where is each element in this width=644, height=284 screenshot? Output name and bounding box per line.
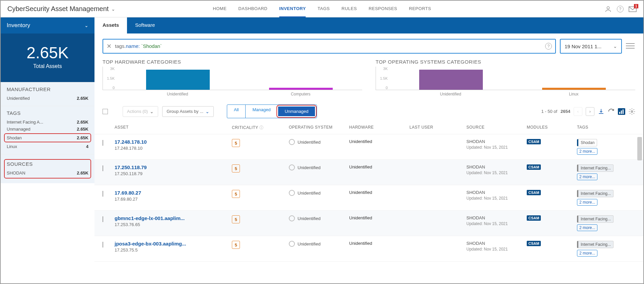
search-box[interactable]: ✕ tags.name: `Shodan` ?	[103, 39, 556, 54]
more-tags-link[interactable]: 2 more...	[577, 250, 597, 257]
facet-row[interactable]: Unmanaged2.65K	[7, 126, 88, 133]
facet-row[interactable]: Internet Facing A...2.65K	[7, 119, 88, 126]
module-badge: CSAM	[527, 164, 541, 170]
table-row[interactable]: 17.250.118.7917.250.118.795UnidentifiedU…	[94, 160, 643, 185]
module-badge: CSAM	[527, 139, 541, 144]
source-value: SHODAN	[466, 139, 527, 144]
asset-name[interactable]: 17.250.118.79	[115, 164, 232, 170]
scrollbar[interactable]	[637, 137, 642, 160]
os-value: Unidentified	[298, 191, 321, 196]
source-value: SHODAN	[466, 215, 527, 220]
hardware-value: Unidentified	[349, 190, 409, 195]
svg-point-8	[631, 111, 633, 112]
seg-managed[interactable]: Managed	[245, 105, 277, 118]
app-title-text: CyberSecurity Asset Management	[7, 5, 109, 13]
group-by-button[interactable]: Group Assets by ... ⌄	[162, 106, 214, 117]
sidebar-header[interactable]: Inventory ⌄	[1, 17, 94, 33]
os-value: Unidentified	[298, 241, 321, 246]
row-checkbox[interactable]	[103, 140, 103, 146]
nav-tab-inventory[interactable]: INVENTORY	[279, 1, 306, 17]
clear-icon[interactable]: ✕	[107, 43, 112, 50]
table-row[interactable]: gbmnc1-edge-lx-001.aaplim...17.253.76.65…	[94, 211, 643, 236]
nav-tab-home[interactable]: HOME	[213, 1, 227, 17]
nav-tab-tags[interactable]: TAGS	[318, 1, 330, 17]
tag-pill[interactable]: Internet Facing...	[577, 215, 614, 223]
asset-name[interactable]: jposa3-edge-bx-003.aaplimg...	[115, 241, 232, 246]
col-header[interactable]: CRITICALITY ⓘ	[232, 125, 289, 131]
table-row[interactable]: 17.248.178.1017.248.178.105UnidentifiedU…	[94, 134, 643, 160]
date-picker[interactable]: 19 Nov 2011 1... ⌄	[560, 39, 622, 54]
more-tags-link[interactable]: 2 more...	[577, 173, 597, 180]
row-checkbox[interactable]	[103, 216, 103, 222]
facet-row[interactable]: Unidentified2.65K	[7, 95, 88, 102]
hardware-value: Unidentified	[349, 241, 409, 246]
nav-tab-responses[interactable]: RESPONSES	[369, 1, 397, 17]
more-tags-link[interactable]: 2 more...	[577, 199, 597, 206]
actions-button[interactable]: Actions (0) ⌄	[123, 106, 158, 117]
col-header[interactable]: ASSET	[115, 125, 232, 131]
col-header[interactable]: HARDWARE	[349, 125, 409, 131]
module-badge: CSAM	[527, 241, 541, 246]
facet-manufacturer: MANUFACTURERUnidentified2.65K	[1, 82, 94, 106]
os-value: Unidentified	[298, 140, 321, 145]
pagination-total: 2654	[561, 109, 570, 114]
select-all-checkbox[interactable]	[103, 109, 108, 114]
svg-rect-7	[623, 110, 624, 114]
seg-all[interactable]: All	[227, 105, 245, 118]
seg-unmanaged[interactable]: Unmanaged	[278, 106, 315, 116]
source-updated: Updated: Nov 15, 2021	[466, 145, 527, 150]
hardware-value: Unidentified	[349, 215, 409, 220]
chart-icon[interactable]	[618, 108, 625, 115]
more-tags-link[interactable]: 2 more...	[577, 224, 597, 231]
facet-row[interactable]: SHODAN2.65K	[7, 169, 88, 176]
asset-name[interactable]: 17.248.178.10	[115, 139, 232, 145]
os-value: Unidentified	[298, 165, 321, 170]
refresh-icon[interactable]	[608, 108, 615, 115]
svg-rect-5	[619, 112, 620, 114]
source-value: SHODAN	[466, 164, 527, 169]
asset-name[interactable]: gbmnc1-edge-lx-001.aaplim...	[115, 215, 232, 221]
settings-icon[interactable]	[629, 108, 635, 115]
sidebar: Inventory ⌄ 2.65K Total Assets MANUFACTU…	[1, 17, 94, 284]
prev-page-button[interactable]: ‹	[574, 107, 582, 116]
sub-tab-assets[interactable]: Assets	[94, 17, 127, 33]
next-page-button[interactable]: ›	[586, 107, 594, 116]
row-checkbox[interactable]	[103, 165, 103, 171]
topbar-right: ?	[604, 5, 637, 13]
row-checkbox[interactable]	[103, 191, 103, 197]
query-help-icon[interactable]: ?	[545, 43, 552, 50]
facet-title: SOURCES	[7, 161, 88, 167]
globe-icon	[289, 241, 295, 247]
user-icon[interactable]	[604, 5, 612, 13]
asset-name[interactable]: 17.69.80.27	[115, 190, 232, 196]
nav-tab-rules[interactable]: RULES	[341, 1, 357, 17]
nav-tab-dashboard[interactable]: DASHBOARD	[238, 1, 267, 17]
download-icon[interactable]	[598, 108, 604, 115]
col-header[interactable]: LAST USER	[409, 125, 466, 131]
table-row[interactable]: 17.69.80.2717.69.80.275UnidentifiedUnide…	[94, 185, 643, 211]
tag-pill[interactable]: Internet Facing...	[577, 190, 614, 197]
help-icon[interactable]: ?	[617, 6, 624, 12]
chevron-down-icon[interactable]: ⌄	[84, 23, 88, 28]
module-badge: CSAM	[527, 215, 541, 221]
col-header[interactable]: OPERATING SYSTEM	[289, 125, 349, 131]
mail-icon[interactable]	[629, 6, 637, 12]
tag-pill[interactable]: Internet Facing...	[577, 164, 614, 172]
facet-row[interactable]: Linux4	[7, 143, 88, 150]
menu-icon[interactable]	[626, 43, 635, 50]
more-tags-link[interactable]: 2 more...	[577, 148, 597, 155]
tag-pill[interactable]: Internet Facing...	[577, 241, 614, 248]
summary-box: 2.65K Total Assets	[1, 33, 94, 82]
sub-tab-software[interactable]: Software	[127, 17, 163, 33]
col-header[interactable]: MODULES	[527, 125, 577, 131]
sidebar-title: Inventory	[7, 22, 30, 29]
col-header[interactable]: TAGS	[577, 125, 635, 131]
asset-ip: 17.253.76.65	[115, 222, 232, 227]
tag-pill[interactable]: Shodan	[577, 139, 597, 146]
nav-tab-reports[interactable]: REPORTS	[409, 1, 431, 17]
chevron-down-icon[interactable]: ⌄	[111, 6, 115, 12]
row-checkbox[interactable]	[103, 242, 103, 247]
col-header[interactable]: SOURCE	[466, 125, 527, 131]
table-row[interactable]: jposa3-edge-bx-003.aaplimg...17.253.75.5…	[94, 236, 643, 262]
facet-row[interactable]: Shodan2.65K	[4, 133, 91, 142]
